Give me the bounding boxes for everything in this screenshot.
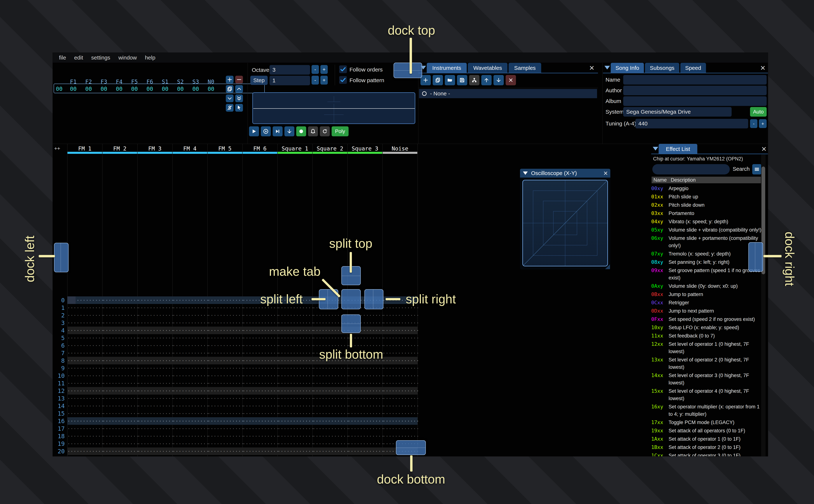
- delete-button[interactable]: [506, 75, 516, 85]
- tuning-decrement-button[interactable]: -: [750, 119, 757, 128]
- record-button[interactable]: [296, 126, 306, 136]
- pattern-row-12[interactable]: 12······································…: [53, 387, 418, 395]
- channel-header-square-1[interactable]: Square 1: [277, 145, 312, 152]
- orders-value-5[interactable]: 00: [142, 86, 157, 92]
- cursor-button[interactable]: [235, 104, 243, 112]
- pattern-row-2[interactable]: 2·······································…: [53, 312, 418, 319]
- tab-speed[interactable]: Speed: [680, 63, 706, 73]
- effect-row-10xy[interactable]: 10xySetup LFO (x: enable; y: speed): [651, 324, 762, 331]
- chevron-down-icon[interactable]: [605, 66, 610, 69]
- orders-value-8[interactable]: 00: [188, 86, 203, 92]
- resize-grip[interactable]: [605, 264, 610, 269]
- channel-header-fm-1[interactable]: FM 1: [67, 145, 102, 152]
- link-break-button[interactable]: [226, 104, 233, 112]
- orders-value-4[interactable]: 00: [127, 86, 142, 92]
- pattern-row-11[interactable]: 11······································…: [53, 379, 418, 387]
- input-album[interactable]: [623, 96, 767, 106]
- effect-row-0Fxx[interactable]: 0FxxSet speed (speed 2 if no grooves exi…: [651, 316, 762, 323]
- effect-row-1Bxx[interactable]: 1BxxSet attack of operator 2 (0 to 1F): [651, 444, 762, 451]
- effect-row-0Axy[interactable]: 0AxyVolume slide (0y: down; x0: up): [651, 282, 762, 290]
- effect-row-11xx[interactable]: 11xxSet feedback (0 to 7): [651, 332, 762, 340]
- effect-row-19xx[interactable]: 19xxSet attack of all operators (0 to 1F…: [651, 427, 762, 434]
- menu-file[interactable]: file: [55, 55, 70, 61]
- effect-table-header[interactable]: Name Description: [652, 177, 761, 183]
- octave-decrement-button[interactable]: -: [311, 65, 319, 74]
- double-chevron-down-button[interactable]: [235, 95, 243, 102]
- pattern-row-21[interactable]: 21······································…: [53, 455, 418, 456]
- effect-row-15xx[interactable]: 15xxSet level of operator 4 (0 highest, …: [651, 387, 762, 402]
- pattern-row-0[interactable]: 0·······································…: [53, 296, 418, 304]
- copy-button[interactable]: [226, 85, 233, 93]
- menu-help[interactable]: help: [141, 55, 159, 61]
- step-input[interactable]: 1: [269, 76, 310, 85]
- pattern-row-5[interactable]: 5·······································…: [53, 334, 418, 342]
- effect-row-16xy[interactable]: 16xySet operator multiplier (x: operator…: [651, 403, 762, 418]
- pattern-row-10[interactable]: 10······································…: [53, 372, 418, 379]
- pattern-row-18[interactable]: 18······································…: [53, 432, 418, 440]
- effect-row-08xy[interactable]: 08xySet panning (x: left; y: right): [651, 258, 762, 266]
- effect-list-close-icon[interactable]: ×: [761, 145, 766, 153]
- effect-row-06xy[interactable]: 06xyVolume slide + portamento (compatibi…: [651, 235, 762, 249]
- effect-search-input[interactable]: [652, 164, 730, 174]
- pattern-row-4[interactable]: 4·······································…: [53, 327, 418, 334]
- channel-header-fm-5[interactable]: FM 5: [207, 145, 242, 152]
- input-tuning-a-4-[interactable]: 440: [635, 119, 748, 128]
- effect-row-00xy[interactable]: 00xyArpeggio: [651, 185, 762, 192]
- pattern-row-14[interactable]: 14······································…: [53, 402, 418, 410]
- effect-row-07xy[interactable]: 07xyTremolo (x: speed; y: depth): [651, 250, 762, 258]
- effect-row-0Dxx[interactable]: 0DxxJump to next pattern: [651, 307, 762, 315]
- step-increment-button[interactable]: +: [320, 76, 328, 85]
- menu-edit[interactable]: edit: [70, 55, 87, 61]
- chevron-down-button[interactable]: [226, 95, 233, 102]
- effect-row-05xy[interactable]: 05xyVolume slide + vibrato (compatibilit…: [651, 226, 762, 234]
- octave-input[interactable]: 3: [269, 65, 310, 75]
- effect-row-12xx[interactable]: 12xxSet level of operator 1 (0 highest, …: [651, 340, 762, 355]
- save-button[interactable]: [457, 75, 467, 85]
- dock-right-target[interactable]: [748, 242, 763, 272]
- pattern-expand-button[interactable]: ++: [54, 145, 60, 151]
- pattern-row-9[interactable]: 9·······································…: [53, 364, 418, 372]
- split-right-target[interactable]: [364, 289, 383, 309]
- effect-row-13xx[interactable]: 13xxSet level of operator 2 (0 highest, …: [651, 356, 762, 371]
- follow-pattern-checkbox[interactable]: [339, 76, 347, 84]
- instruments-close-icon[interactable]: ×: [589, 64, 594, 72]
- pattern-row-15[interactable]: 15······································…: [53, 410, 418, 417]
- pattern-row-19[interactable]: 19······································…: [53, 440, 418, 447]
- bell-button[interactable]: [308, 126, 318, 136]
- effect-sort-button[interactable]: [752, 164, 761, 174]
- play-circle-button[interactable]: [261, 126, 271, 136]
- effect-row-02xx[interactable]: 02xxPitch slide down: [651, 201, 762, 209]
- plus-button[interactable]: [226, 76, 233, 83]
- pattern-view[interactable]: ++ FM 1FM 2FM 3FM 4FM 5FM 6Square 1Squar…: [53, 144, 418, 456]
- pattern-row-17[interactable]: 17······································…: [53, 425, 418, 432]
- orders-value-9[interactable]: 00: [203, 86, 219, 92]
- oscilloscope-window[interactable]: Oscilloscope (X-Y) ×: [520, 169, 610, 270]
- poly-button[interactable]: Poly: [331, 126, 348, 136]
- pattern-row-3[interactable]: 3·······································…: [53, 319, 418, 327]
- effect-row-09xx[interactable]: 09xxSet groove pattern (speed 1 if no gr…: [651, 267, 762, 281]
- orders-row[interactable]: 0000000000000000000000: [53, 85, 219, 93]
- tab-effect-list[interactable]: Effect List: [659, 144, 697, 154]
- oscilloscope-close-icon[interactable]: ×: [604, 169, 608, 177]
- input-system[interactable]: Sega Genesis/Mega Drive: [623, 107, 732, 117]
- input-name[interactable]: [623, 75, 767, 85]
- instrument-list-item[interactable]: - None -: [419, 89, 597, 98]
- auto-system-button[interactable]: Auto: [750, 107, 767, 117]
- tab-wavetables[interactable]: Wavetables: [468, 63, 508, 73]
- arrow-down-button[interactable]: [494, 75, 504, 85]
- channel-header-fm-2[interactable]: FM 2: [102, 145, 137, 152]
- effect-row-03xx[interactable]: 03xxPortamento: [651, 210, 762, 217]
- octave-increment-button[interactable]: +: [320, 65, 328, 74]
- menu-settings[interactable]: settings: [87, 55, 114, 61]
- oscilloscope-titlebar[interactable]: Oscilloscope (X-Y) ×: [520, 169, 610, 178]
- arrow-up-button[interactable]: [481, 75, 492, 85]
- repeat-button[interactable]: [320, 126, 330, 136]
- pattern-row-13[interactable]: 13······································…: [53, 395, 418, 402]
- effect-row-14xx[interactable]: 14xxSet level of operator 3 (0 highest, …: [651, 372, 762, 386]
- chevron-up-button[interactable]: [235, 85, 243, 93]
- pattern-row-20[interactable]: 20······································…: [53, 447, 418, 455]
- chevron-down-icon[interactable]: [653, 147, 658, 151]
- effect-row-0Bxx[interactable]: 0BxxJump to pattern: [651, 291, 762, 298]
- channel-header-fm-6[interactable]: FM 6: [242, 145, 277, 152]
- dock-bottom-target[interactable]: [396, 440, 426, 455]
